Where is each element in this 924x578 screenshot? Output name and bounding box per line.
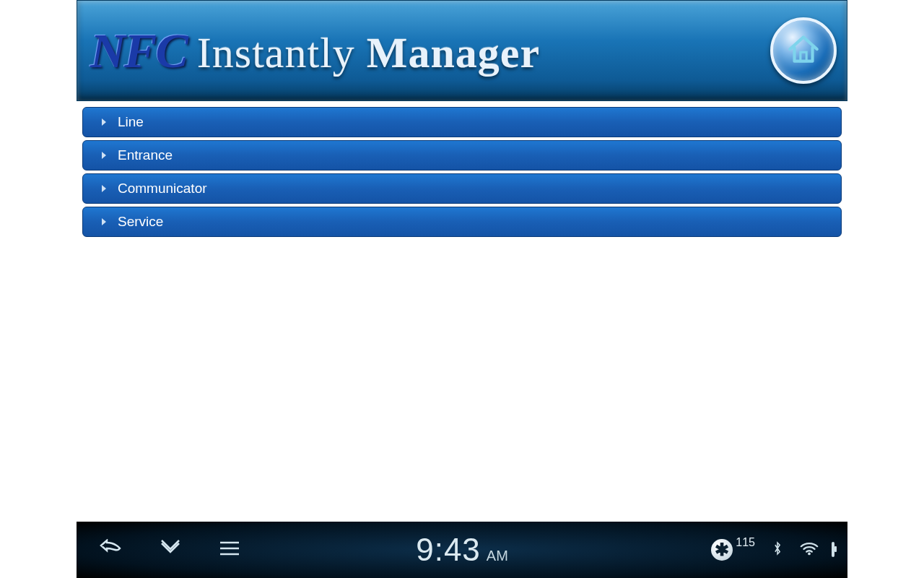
clock-time: 9:43: [416, 532, 481, 568]
menu-item-label: Communicator: [118, 181, 207, 197]
chevron-right-icon: [102, 118, 106, 126]
menu-item-label: Line: [118, 114, 144, 130]
menu-item-entrance[interactable]: Entrance: [82, 140, 842, 171]
clock: 9:43 AM: [416, 532, 508, 568]
navbar-left: [77, 539, 243, 561]
hamburger-icon: [218, 539, 241, 561]
title-prefix: NFC: [90, 22, 187, 79]
chevron-right-icon: [102, 152, 106, 159]
main-menu: Line Entrance Communicator Service: [77, 101, 847, 237]
home-button[interactable]: [770, 17, 837, 84]
title-bold: Manager: [367, 29, 540, 77]
back-button[interactable]: [98, 539, 124, 561]
menu-item-label: Service: [118, 214, 163, 230]
bluetooth-icon: [768, 540, 787, 559]
chevron-right-icon: [102, 218, 106, 225]
menu-item-line[interactable]: Line: [82, 107, 842, 137]
title-mid: Instantly: [197, 29, 355, 77]
notification-count: 115: [736, 536, 755, 549]
navbar-right: ✱ 115: [711, 539, 834, 561]
notification-indicator[interactable]: ✱ 115: [711, 539, 755, 561]
clock-ampm: AM: [487, 548, 508, 564]
chevron-down-icon: [159, 539, 182, 561]
asterisk-icon: ✱: [711, 539, 733, 561]
wifi-icon: [800, 540, 819, 559]
svg-point-4: [808, 553, 811, 556]
system-navbar: 9:43 AM ✱ 115: [77, 522, 847, 578]
back-icon: [100, 539, 123, 561]
dropdown-button[interactable]: [157, 539, 183, 561]
menu-item-service[interactable]: Service: [82, 207, 842, 237]
title-rest: Instantly Manager: [197, 28, 540, 78]
app-title: NFC Instantly Manager: [90, 22, 540, 79]
menu-button[interactable]: [217, 539, 243, 561]
home-icon: [785, 31, 821, 70]
app-header: NFC Instantly Manager: [77, 0, 847, 101]
battery-icon: [832, 543, 834, 556]
app-frame: NFC Instantly Manager Line Entrance Comm…: [77, 0, 847, 578]
menu-item-communicator[interactable]: Communicator: [82, 173, 842, 204]
chevron-right-icon: [102, 185, 106, 192]
menu-item-label: Entrance: [118, 147, 173, 163]
